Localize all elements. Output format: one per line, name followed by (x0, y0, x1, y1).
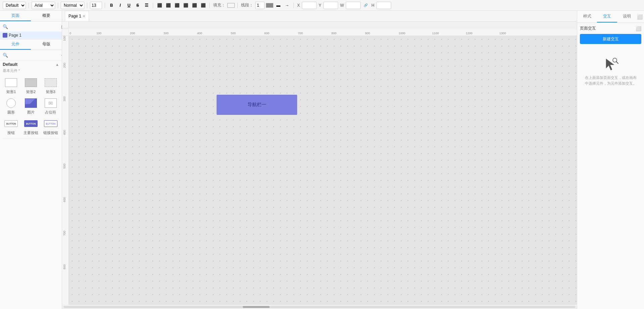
line-color-box[interactable] (266, 3, 273, 8)
sep8 (293, 3, 294, 8)
canvas-horizontal-scrollbar[interactable] (62, 304, 577, 309)
font-size-input[interactable] (90, 2, 102, 9)
new-interaction-button[interactable]: 新建交互 (580, 34, 641, 44)
search-icon: 🔍 (3, 24, 8, 29)
italic-button[interactable]: I (117, 2, 124, 9)
comp-search-input[interactable] (9, 51, 60, 59)
font-select[interactable]: Arial (32, 2, 55, 9)
tab-notes[interactable]: 说明 (617, 11, 637, 23)
expand-right-icon[interactable]: ⬜ (637, 11, 644, 23)
bold-button[interactable]: B (108, 2, 115, 9)
component-item-circle[interactable]: 圆形 (3, 97, 20, 115)
comp-label-btn-outline: 链接按钮 (43, 130, 58, 135)
align-justify-button[interactable]: ⬛ (182, 2, 189, 9)
right-panel: 样式 交互 说明 ⬜ 页面交互 ⬜ 新建交互 在上面添加页面交互，或在画布中选择… (577, 11, 644, 309)
page-item-1[interactable]: Page 1 (0, 32, 62, 39)
tab-styles[interactable]: 样式 (577, 11, 597, 23)
list-button[interactable]: ☰ (143, 2, 150, 9)
component-item-rect3[interactable]: 矩形3 (42, 77, 59, 94)
line-end-button[interactable]: → (283, 2, 291, 9)
right-panel-content: 页面交互 ⬜ 新建交互 在上面添加页面交互，或在画布中选择元件，为元件添加交互。 (577, 23, 644, 309)
component-item-image[interactable]: 图片 (22, 97, 40, 115)
sep2 (58, 3, 58, 8)
comp-label-placeholder: 占位符 (45, 110, 56, 115)
expand-icon[interactable]: ⬜ (636, 26, 641, 31)
lock-ratio-button[interactable]: 🔗 (362, 2, 369, 9)
comp-preview-btn-primary: BUTTON (23, 118, 39, 130)
left-panel: 页面 概要 🔍 ◻ 📁 Page 1 元件 母版 🔍 (0, 11, 62, 309)
preset-select[interactable]: Default (3, 2, 26, 9)
ruler-mark-1300: 1300 (499, 32, 532, 35)
comp-add-button[interactable]: + (61, 52, 62, 58)
component-item-btn-primary[interactable]: BUTTON 主要按钮 (22, 118, 40, 135)
canvas-surface[interactable]: 导航栏一 (69, 36, 577, 305)
tab-masters[interactable]: 母版 (31, 39, 62, 50)
tab-components[interactable]: 元件 (0, 39, 31, 50)
h-input[interactable] (376, 2, 391, 9)
empty-state: 在上面添加页面交互，或在画布中选择元件，为元件添加交互。 (580, 49, 641, 93)
vert-align-top-button[interactable]: ⬛ (191, 2, 198, 9)
component-item-rect1[interactable]: 矩形1 (3, 77, 20, 94)
main-area: 页面 概要 🔍 ◻ 📁 Page 1 元件 母版 🔍 (0, 11, 644, 309)
page-interaction-label: 页面交互 (580, 26, 596, 31)
vert-align-mid-button[interactable]: ⬛ (199, 2, 207, 9)
align-center-button[interactable]: ⬛ (165, 2, 172, 9)
component-item-placeholder[interactable]: 占位符 (42, 97, 59, 115)
rect1-shape (5, 78, 17, 87)
ruler-mark-600: 600 (264, 32, 297, 35)
underline-button[interactable]: U (125, 2, 133, 9)
x-input[interactable] (302, 2, 317, 9)
sep5 (153, 3, 153, 8)
default-group-name: Default (3, 62, 17, 67)
x-label: X (297, 3, 300, 8)
canvas-wrapper[interactable]: 0 100 200 300 400 500 600 700 800 900 10… (62, 21, 577, 309)
sep6 (210, 3, 210, 8)
w-label: W (340, 3, 344, 8)
align-right-button[interactable]: ⬛ (173, 2, 181, 9)
pages-section: 页面 概要 🔍 ◻ 📁 Page 1 (0, 11, 62, 39)
style-group: Normal (61, 2, 84, 9)
comp-preview-rect2 (23, 77, 39, 89)
sep1 (29, 3, 29, 8)
style-select[interactable]: Normal (61, 2, 84, 9)
tab-pages[interactable]: 页面 (0, 11, 31, 21)
sep3 (87, 3, 87, 8)
sep7 (237, 3, 238, 8)
ruler-mark-400: 400 (196, 32, 230, 35)
fill-color-box[interactable] (227, 3, 235, 8)
sep4 (105, 3, 105, 8)
default-group-header: Default ▲ (3, 62, 59, 67)
tab-interaction[interactable]: 交互 (597, 11, 617, 23)
btn-shape: BUTTON (4, 120, 18, 127)
comp-label-rect3: 矩形3 (46, 89, 55, 94)
ruler-mark-900: 900 (364, 32, 398, 35)
canvas-tab-page1[interactable]: Page 1 × (65, 11, 89, 21)
comp-preview-btn-outline: BUTTON (43, 118, 58, 130)
cursor-icon (603, 56, 619, 72)
strikethrough-button[interactable]: S (134, 2, 141, 9)
line-input[interactable] (255, 2, 265, 9)
component-item-btn[interactable]: BUTTON 按钮 (3, 118, 20, 135)
line-style-button[interactable]: ▬ (275, 2, 282, 9)
ruler-mark-700: 700 (297, 32, 331, 35)
canvas-tab-label: Page 1 (68, 14, 81, 18)
y-label: Y (319, 3, 321, 8)
pages-search-input[interactable] (9, 23, 60, 30)
canvas-tab-close[interactable]: × (83, 14, 85, 18)
rect3-shape (45, 78, 57, 87)
ruler-mark-100: 100 (96, 32, 129, 35)
component-item-btn-outline[interactable]: BUTTON 链接按钮 (42, 118, 59, 135)
align-left-button[interactable]: ⬛ (156, 2, 163, 9)
image-shape (25, 98, 37, 108)
ruler-mark-1000: 1000 (398, 32, 431, 35)
group-expand-icon[interactable]: ▲ (55, 62, 59, 67)
y-input[interactable] (323, 2, 338, 9)
scrollbar-thumb[interactable] (243, 306, 270, 308)
component-item-rect2[interactable]: 矩形2 (22, 77, 40, 94)
tab-outline[interactable]: 概要 (31, 11, 62, 21)
canvas-nav-element[interactable]: 导航栏一 (217, 95, 297, 115)
ruler-horizontal: 0 100 200 300 400 500 600 700 800 900 10… (62, 29, 577, 36)
ruler-mark-0: 0 (69, 32, 96, 35)
w-input[interactable] (346, 2, 361, 9)
comp-label-circle: 圆形 (7, 110, 15, 115)
